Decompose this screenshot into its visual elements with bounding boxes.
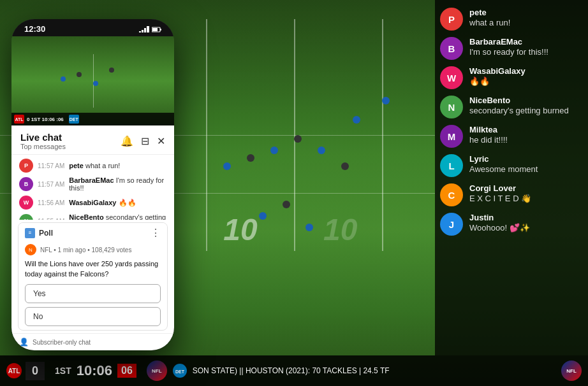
game-clock: 10:06 xyxy=(77,362,112,379)
phone-msg-time: 11:57 AM xyxy=(38,181,64,188)
tv-chat-message: M Milktea he did it!!!! xyxy=(440,125,583,148)
poll-meta-row: N NFL • 1 min ago • 108,429 votes xyxy=(18,243,167,259)
phone-team1-chip: ATL xyxy=(14,115,24,124)
quarter-info: 1ST 10:06 06 xyxy=(55,362,136,379)
subscriber-text: Subscriber-only chat xyxy=(33,339,91,346)
tv-chat-message: L Lyric Awesome moment xyxy=(440,154,583,177)
phone-score-text: 0 1ST 10:06 :06 xyxy=(27,117,64,122)
tv-chat-text: Corgi Lover E X C I T E D 👋 xyxy=(469,183,583,204)
team1-logo: ATL xyxy=(6,363,22,378)
field-number: 10 xyxy=(223,212,257,247)
phone-msg-content: BarbaraEMac I'm so ready for this!! xyxy=(69,176,166,192)
filter-icon[interactable]: ⊟ xyxy=(141,135,149,147)
poll-title-row: ≡ Poll xyxy=(25,228,53,238)
ticker-text: SON STATE) || HOUSTON (2021): 70 TACKLES… xyxy=(193,366,390,375)
bell-icon[interactable]: 🔔 xyxy=(121,135,133,147)
poll-meta-text: NFL • 1 min ago • 108,429 votes xyxy=(40,247,131,254)
player-4 xyxy=(294,135,302,143)
poll-icon: ≡ xyxy=(25,228,35,238)
tv-chat-message: J Justin Woohooo! 💕✨ xyxy=(440,213,583,236)
quarter: 1ST xyxy=(55,366,71,376)
poll-label: Poll xyxy=(39,229,53,238)
tv-chat-username: pete xyxy=(469,8,583,18)
phone-msg-avatar: W xyxy=(19,196,33,210)
phone-chat-title: Live chat xyxy=(20,132,66,143)
tv-chat-content: Awesome moment xyxy=(469,164,583,175)
score-bar: ATL 0 1ST 10:06 06 NFL DET SON STATE) ||… xyxy=(0,355,588,386)
phone-frame: 12:30 ATL 0 1ST 10:06 :06 DET xyxy=(11,19,174,350)
phone-player-3 xyxy=(93,81,98,86)
phone-messages: P 11:57 AM pete what a run! B 11:57 AM B… xyxy=(11,155,174,220)
tv-chat-message: B BarbaraEMac I'm so ready for this!!! xyxy=(440,37,583,60)
nfl-logo: NFL xyxy=(147,361,167,381)
poll-option-yes[interactable]: Yes xyxy=(25,284,161,303)
player-8 xyxy=(283,201,290,208)
phone-chat-subtitle: Top messages xyxy=(20,143,66,150)
phone-msg-content: WasabiGalaxy 🔥🔥 xyxy=(69,199,136,207)
poll-more-icon[interactable]: ⋮ xyxy=(151,227,161,239)
tv-chat-avatar: M xyxy=(440,125,463,148)
field-number-2: 10 xyxy=(323,212,357,247)
tv-chat-message: P pete what a run! xyxy=(440,8,583,31)
tv-chat-sidebar: P pete what a run! B BarbaraEMac I'm so … xyxy=(435,0,588,355)
phone-msg-content: NiceBento secondary's getting burned xyxy=(69,213,166,220)
svg-rect-4 xyxy=(160,29,161,31)
tv-chat-content: 🔥🔥 xyxy=(469,76,583,87)
player-11 xyxy=(382,97,390,104)
tv-chat-avatar: J xyxy=(440,213,463,236)
phone-player-4 xyxy=(109,68,114,73)
player-7 xyxy=(259,212,267,220)
player-1 xyxy=(223,162,231,170)
tv-chat-message: N NiceBento secondary's getting burned xyxy=(440,96,583,118)
tv-chat-text: WasabiGalaxy 🔥🔥 xyxy=(469,66,583,87)
poll-question: Will the Lions have over 250 yards passi… xyxy=(18,259,167,284)
tv-chat-message: C Corgi Lover E X C I T E D 👋 xyxy=(440,183,583,206)
phone-chat-message: W 11:56 AM WasabiGalaxy 🔥🔥 xyxy=(19,196,166,210)
tv-chat-avatar: N xyxy=(440,96,463,118)
phone-chat-message: N 11:55 AM NiceBento secondary's getting… xyxy=(19,213,166,220)
subscriber-bar: 👤 Subscriber-only chat xyxy=(11,333,174,350)
phone-chat-area: Live chat Top messages 🔔 ⊟ ✕ P 11:57 AM … xyxy=(11,125,174,350)
tv-chat-avatar: W xyxy=(440,66,463,89)
phone-yard-line xyxy=(93,54,94,108)
phone-status-icons xyxy=(139,26,161,32)
tv-chat-content: he did it!!!! xyxy=(469,135,583,146)
tv-chat-content: what a run! xyxy=(469,18,583,29)
tv-chat-text: Justin Woohooo! 💕✨ xyxy=(469,213,583,233)
phone-msg-avatar: B xyxy=(19,177,33,191)
phone-chat-message: B 11:57 AM BarbaraEMac I'm so ready for … xyxy=(19,176,166,192)
phone-chat-header-left: Live chat Top messages xyxy=(20,132,66,150)
phone-player-1 xyxy=(61,76,66,82)
close-icon[interactable]: ✕ xyxy=(157,135,165,147)
play-clock: 06 xyxy=(117,364,136,378)
tv-chat-text: pete what a run! xyxy=(469,8,583,28)
phone-msg-time: 11:55 AM xyxy=(38,218,64,220)
svg-rect-3 xyxy=(152,28,158,31)
nfl-logo-right: NFL xyxy=(561,361,582,381)
tv-chat-username: Lyric xyxy=(469,154,583,164)
poll-card: ≡ Poll ⋮ N NFL • 1 min ago • 108,429 vot… xyxy=(18,222,168,331)
tv-chat-text: Lyric Awesome moment xyxy=(469,154,583,175)
tv-chat-content: Woohooo! 💕✨ xyxy=(469,223,583,234)
poll-channel-avatar: N xyxy=(25,244,36,255)
tv-chat-content: E X C I T E D 👋 xyxy=(469,194,583,204)
tv-chat-username: NiceBento xyxy=(469,96,583,106)
phone-chat-header: Live chat Top messages 🔔 ⊟ ✕ xyxy=(11,125,174,155)
phone-msg-avatar: N xyxy=(19,214,33,220)
phone-msg-content: pete what a run! xyxy=(69,162,120,169)
tv-chat-avatar: L xyxy=(440,154,463,177)
subscriber-icon: 👤 xyxy=(19,338,29,347)
tv-chat-message: W WasabiGalaxy 🔥🔥 xyxy=(440,66,583,89)
tv-chat-username: Corgi Lover xyxy=(469,183,583,194)
lions-logo: DET xyxy=(172,363,187,378)
svg-text:DET: DET xyxy=(175,369,185,374)
tv-chat-text: NiceBento secondary's getting burned xyxy=(469,96,583,116)
player-10 xyxy=(353,116,360,124)
player-6 xyxy=(341,162,349,170)
tv-chat-username: Milktea xyxy=(469,125,583,135)
poll-icon-text: ≡ xyxy=(29,230,32,236)
poll-option-no[interactable]: No xyxy=(25,307,161,326)
tv-chat-username: WasabiGalaxy xyxy=(469,66,583,76)
tv-chat-text: Milktea he did it!!!! xyxy=(469,125,583,145)
phone-status-bar: 12:30 xyxy=(11,19,174,36)
